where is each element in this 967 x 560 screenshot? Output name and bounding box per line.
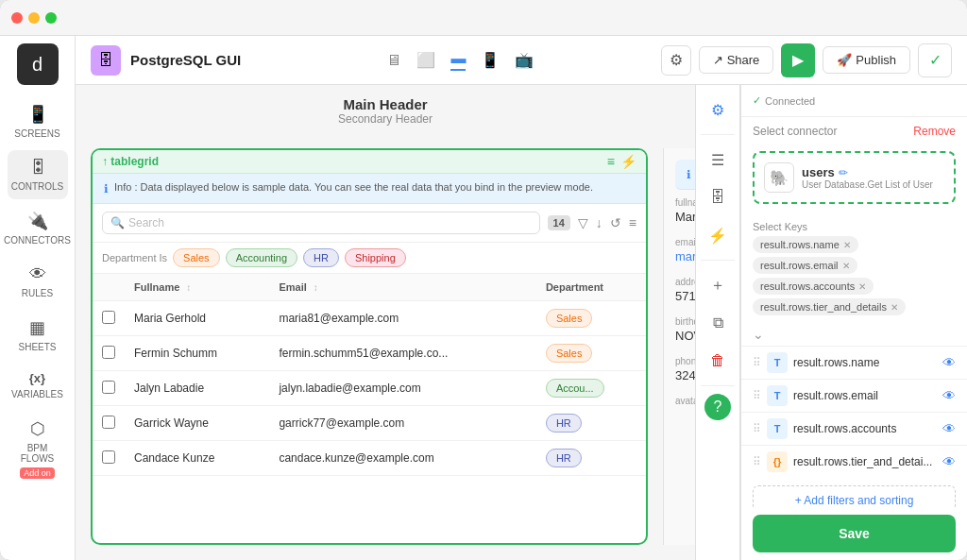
right-panel-header: ✓ Connected <box>741 85 967 117</box>
add-filter-button[interactable]: + Add filters and sorting <box>753 485 956 507</box>
visibility-icon-name[interactable]: 👁 <box>942 355 956 370</box>
edit-connector-icon[interactable]: ✏ <box>839 166 848 179</box>
cell-email-3[interactable]: garrick77@example.com <box>269 406 536 441</box>
detail-email-value[interactable]: maria81@exam... <box>675 249 695 263</box>
key-remove-email[interactable]: ✕ <box>842 261 850 271</box>
info-text: Info : Data displayed below is sample da… <box>114 181 593 193</box>
sidebar-item-connectors[interactable]: 🔌 CONNECTORS <box>8 203 68 253</box>
data-row-email-label: result.rows.email <box>793 389 937 402</box>
page-header-sub: Secondary Header <box>91 112 680 126</box>
col-dept: Department <box>536 274 646 301</box>
table-row[interactable]: Jalyn Labadie jalyn.labadie@example.com … <box>93 371 646 406</box>
copy-icon[interactable]: ⧉ <box>701 306 735 340</box>
search-box[interactable]: 🔍 Search <box>102 212 540 234</box>
sidebar-item-variables-label: VARIABLES <box>11 389 63 399</box>
key-remove-name[interactable]: ✕ <box>843 240 851 250</box>
database-icon[interactable]: 🗄 <box>701 180 735 214</box>
sidebar-item-controls[interactable]: 🎛 CONTROLS <box>8 150 68 199</box>
filter-tag-accounting[interactable]: Accounting <box>226 248 297 267</box>
app-body: d 📱 SCREENS 🎛 CONTROLS 🔌 CONNECTORS 👁 RU… <box>0 36 967 560</box>
detail-phone: phone 3241244324 <box>675 356 695 382</box>
filter-tag-shipping[interactable]: Shipping <box>345 248 406 267</box>
data-row-tier: ⠿ {} result.rows.tier_and_detai... 👁 <box>741 445 967 478</box>
monitor-icon[interactable]: 🖥 <box>386 52 401 69</box>
row-checkbox-2[interactable] <box>102 381 115 394</box>
sidebar-item-rules[interactable]: 👁 RULES <box>8 257 68 306</box>
visibility-icon-tier[interactable]: 👁 <box>942 454 956 469</box>
tv-icon[interactable]: 📺 <box>515 51 534 69</box>
connector-card[interactable]: 🐘 users ✏ User Database.Get List of User <box>753 151 956 204</box>
controls-icon: 🎛 <box>29 158 46 178</box>
sidebar-item-bpmflows[interactable]: ⬡ BPM FLOWS Add on <box>8 411 68 486</box>
settings-icon[interactable]: ⚙ <box>661 45 691 76</box>
detail-birthdate: birthdate NOVEMBER 3... <box>675 316 695 343</box>
filter-icon[interactable]: ▽ <box>578 215 588 230</box>
check-button[interactable]: ✓ <box>918 43 952 77</box>
sidebar-item-screens[interactable]: 📱 SCREENS <box>8 96 68 146</box>
cell-dept-0: Sales <box>546 309 593 328</box>
table-row[interactable]: Maria Gerhold maria81@example.com Sales <box>93 301 646 336</box>
filter-row: Department Is Sales Accounting HR Shippi… <box>93 243 646 274</box>
key-remove-tier[interactable]: ✕ <box>891 302 898 313</box>
drag-handle-email[interactable]: ⠿ <box>753 389 761 402</box>
remove-connector-button[interactable]: Remove <box>913 125 956 138</box>
type-icon-accounts: T <box>767 418 788 439</box>
cell-email-1[interactable]: fermin.schumm51@example.co... <box>269 336 536 371</box>
sort-fullname-icon[interactable]: ↕ <box>186 282 191 293</box>
cell-email-0[interactable]: maria81@example.com <box>269 301 536 336</box>
bolt-icon[interactable]: ⚡ <box>701 218 735 252</box>
share-button[interactable]: ↗ Share <box>699 46 774 74</box>
widget-label: ↑ tablegrid <box>102 155 159 168</box>
sidebar-item-sheets[interactable]: ▦ SHEETS <box>8 310 68 360</box>
visibility-icon-email[interactable]: 👁 <box>942 388 956 403</box>
layout-icon[interactable]: ☰ <box>701 143 735 177</box>
detail-info-icon: ℹ <box>687 168 691 181</box>
sidebar-item-rules-label: RULES <box>22 288 53 298</box>
fullscreen-button[interactable] <box>45 12 57 24</box>
detail-fullname-label: fullname <box>675 197 695 208</box>
table-row[interactable]: Garrick Wayne garrick77@example.com HR <box>93 406 646 441</box>
row-checkbox-4[interactable] <box>102 450 115 464</box>
plus-icon[interactable]: ＋ <box>701 268 735 302</box>
widget-header-icons: ≡ ⚡ <box>607 154 636 169</box>
table-row[interactable]: Candace Kunze candace.kunze@example.com … <box>93 441 646 476</box>
tablet-landscape-icon[interactable]: ▬ <box>450 50 466 71</box>
settings-small-icon[interactable]: ≡ <box>629 215 636 230</box>
info-banner: ℹ Info : Data displayed below is sample … <box>93 174 646 204</box>
drag-handle-accounts[interactable]: ⠿ <box>753 422 761 435</box>
info-icon: ℹ <box>104 182 109 195</box>
row-checkbox-3[interactable] <box>102 416 115 429</box>
download-icon[interactable]: ↓ <box>596 215 602 230</box>
refresh-icon[interactable]: ↺ <box>610 215 621 230</box>
phone-icon[interactable]: 📱 <box>481 51 500 69</box>
row-checkbox-0[interactable] <box>102 311 115 324</box>
save-button[interactable]: Save <box>753 515 956 552</box>
key-tag-accounts: result.rows.accounts ✕ <box>753 278 874 295</box>
titlebar <box>0 0 967 36</box>
row-checkbox-1[interactable] <box>102 346 115 359</box>
detail-birthdate-label: birthdate <box>675 316 695 327</box>
detail-fullname: fullname Maria Gerhold <box>675 197 695 224</box>
visibility-icon-accounts[interactable]: 👁 <box>942 421 956 436</box>
drag-handle-name[interactable]: ⠿ <box>753 356 761 369</box>
key-remove-accounts[interactable]: ✕ <box>858 281 866 292</box>
detail-address: address 57177 Kuhlmar... <box>675 277 695 303</box>
minimize-button[interactable] <box>28 12 40 24</box>
play-button[interactable]: ▶ <box>781 43 815 77</box>
drag-handle-tier[interactable]: ⠿ <box>753 455 761 468</box>
table-row[interactable]: Fermin Schumm fermin.schumm51@example.co… <box>93 336 646 371</box>
sort-email-icon[interactable]: ↕ <box>314 282 318 293</box>
sidebar-item-variables[interactable]: {x} VARIABLES <box>8 364 68 407</box>
tablet-icon[interactable]: ⬜ <box>416 51 435 69</box>
keys-dropdown-icon[interactable]: ⌄ <box>741 323 967 346</box>
cell-email-4[interactable]: candace.kunze@example.com <box>269 441 536 476</box>
publish-button[interactable]: 🚀 Publish <box>823 46 910 74</box>
close-button[interactable] <box>11 12 23 24</box>
tablegrid-widget[interactable]: ↑ tablegrid ≡ ⚡ ℹ Info : Data displayed … <box>91 148 648 545</box>
settings-mid-icon[interactable]: ⚙ <box>701 93 735 127</box>
delete-icon[interactable]: 🗑 <box>701 344 735 378</box>
help-icon[interactable]: ? <box>704 394 731 420</box>
filter-tag-sales[interactable]: Sales <box>173 248 220 267</box>
cell-email-2[interactable]: jalyn.labadie@example.com <box>269 371 536 406</box>
filter-tag-hr[interactable]: HR <box>303 248 339 267</box>
